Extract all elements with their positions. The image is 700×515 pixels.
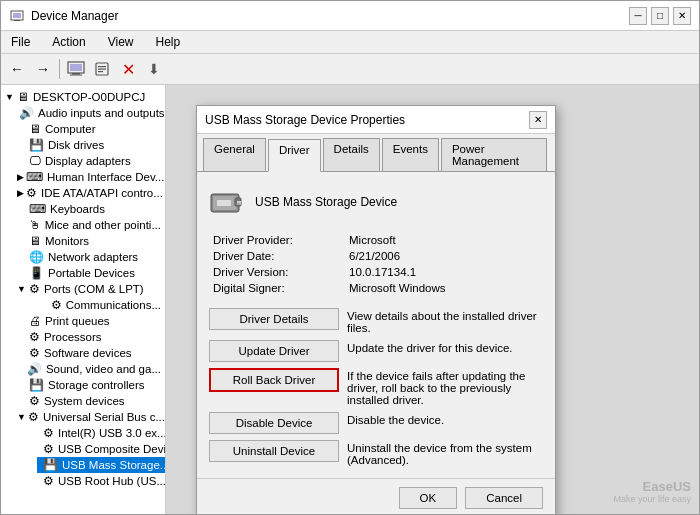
tree-item[interactable]: 🔊 Audio inputs and outputs	[13, 105, 165, 121]
tree-item[interactable]: ▼ ⚙ Ports (COM & LPT)	[13, 281, 165, 297]
svg-rect-2	[14, 20, 20, 21]
menu-file[interactable]: File	[5, 33, 36, 51]
close-button[interactable]: ✕	[673, 7, 691, 25]
tab-details[interactable]: Details	[323, 138, 380, 171]
properties-dialog: USB Mass Storage Device Properties ✕ Gen…	[196, 105, 556, 514]
tree-item[interactable]: ⚙ USB Composite Devi...	[37, 441, 165, 457]
disable-device-button[interactable]: Disable Device	[209, 412, 339, 434]
roll-back-driver-button[interactable]: Roll Back Driver	[209, 368, 339, 392]
dialog-title: USB Mass Storage Device Properties	[205, 113, 529, 127]
tree-item-label: Keyboards	[50, 203, 105, 215]
tree-item[interactable]: 🔊 Sound, video and ga...	[13, 361, 165, 377]
refresh-button[interactable]: ⬇	[142, 57, 166, 81]
dialog-tabs: General Driver Details Events Power Mana…	[197, 134, 555, 172]
tree-item[interactable]: 🖥 Computer	[13, 121, 165, 137]
svg-rect-1	[13, 13, 21, 18]
tree-item-label: Software devices	[44, 347, 132, 359]
tree-item[interactable]: ⚙ USB Root Hub (US...	[37, 473, 165, 489]
tab-driver[interactable]: Driver	[268, 139, 321, 172]
properties-button[interactable]	[90, 57, 114, 81]
tree-item[interactable]: ⚙ Intel(R) USB 3.0 ex...	[37, 425, 165, 441]
maximize-button[interactable]: □	[651, 7, 669, 25]
device-tree[interactable]: ▼ 🖥 DESKTOP-O0DUPCJ 🔊 Audio inputs and o…	[1, 85, 166, 514]
svg-rect-9	[98, 69, 106, 70]
tree-item[interactable]: ⚙ Processors	[13, 329, 165, 345]
tree-item[interactable]: 💾 Disk drives	[13, 137, 165, 153]
uninstall-device-button[interactable]: Uninstall Device	[209, 440, 339, 462]
update-driver-desc: Update the driver for this device.	[347, 340, 543, 354]
tree-item-label: Network adapters	[48, 251, 138, 263]
tree-root-label: DESKTOP-O0DUPCJ	[33, 91, 145, 103]
tree-item-label: Communications...	[66, 299, 161, 311]
tree-item[interactable]: 💾 Storage controllers	[13, 377, 165, 393]
update-driver-button[interactable]: Update Driver	[209, 340, 339, 362]
menu-view[interactable]: View	[102, 33, 140, 51]
tree-item[interactable]: 🖱 Mice and other pointi...	[13, 217, 165, 233]
forward-button[interactable]: →	[31, 57, 55, 81]
cancel-button[interactable]: Cancel	[465, 487, 543, 509]
roll-back-desc: If the device fails after updating the d…	[347, 368, 543, 406]
tree-item-usb[interactable]: ▼ ⚙ Universal Serial Bus c...	[13, 409, 165, 425]
toolbar-separator	[59, 59, 60, 79]
tree-item[interactable]: ▶ ⚙ IDE ATA/ATAPI contro...	[13, 185, 165, 201]
tree-item-usb-mass-storage[interactable]: 💾 USB Mass Storage...	[37, 457, 165, 473]
right-pane: USB Mass Storage Device Properties ✕ Gen…	[166, 85, 699, 514]
tree-item-portable-devices[interactable]: 📱 Portable Devices	[13, 265, 165, 281]
menu-help[interactable]: Help	[150, 33, 187, 51]
computer-button[interactable]	[64, 57, 88, 81]
tree-item-label: USB Composite Devi...	[58, 443, 165, 455]
svg-rect-5	[72, 73, 80, 75]
signer-label: Digital Signer:	[213, 282, 343, 294]
device-name-label: USB Mass Storage Device	[255, 195, 397, 209]
title-bar: Device Manager ─ □ ✕	[1, 1, 699, 31]
driver-details-desc: View details about the installed driver …	[347, 308, 543, 334]
dialog-title-bar: USB Mass Storage Device Properties ✕	[197, 106, 555, 134]
tree-root[interactable]: ▼ 🖥 DESKTOP-O0DUPCJ	[1, 89, 165, 105]
tree-item[interactable]: 🖥 Monitors	[13, 233, 165, 249]
driver-details-button[interactable]: Driver Details	[209, 308, 339, 330]
tree-item-label: IDE ATA/ATAPI contro...	[41, 187, 163, 199]
dialog-close-button[interactable]: ✕	[529, 111, 547, 129]
tab-events[interactable]: Events	[382, 138, 439, 171]
dialog-body: USB Mass Storage Device Driver Provider:…	[197, 172, 555, 478]
disable-desc: Disable the device.	[347, 412, 543, 426]
back-button[interactable]: ←	[5, 57, 29, 81]
menu-bar: File Action View Help	[1, 31, 699, 54]
tab-general[interactable]: General	[203, 138, 266, 171]
tree-item[interactable]: ⌨ Keyboards	[13, 201, 165, 217]
tree-item[interactable]: 🖵 Display adapters	[13, 153, 165, 169]
watermark-tagline: Make your life easy	[613, 494, 691, 504]
tree-item-human-interface[interactable]: ▶ ⌨ Human Interface Dev...	[13, 169, 165, 185]
svg-rect-4	[70, 64, 82, 71]
toolbar: ← → ✕ ⬇	[1, 54, 699, 85]
date-label: Driver Date:	[213, 250, 343, 262]
tree-item[interactable]: ⚙ Communications...	[37, 297, 165, 313]
provider-value: Microsoft	[349, 234, 543, 246]
tab-power-management[interactable]: Power Management	[441, 138, 547, 171]
provider-label: Driver Provider:	[213, 234, 343, 246]
tree-item[interactable]: ⚙ Software devices	[13, 345, 165, 361]
ok-button[interactable]: OK	[399, 487, 458, 509]
window-title: Device Manager	[31, 9, 629, 23]
tree-item-label: USB Root Hub (US...	[58, 475, 165, 487]
tree-item-label: Intel(R) USB 3.0 ex...	[58, 427, 165, 439]
svg-rect-16	[237, 203, 241, 205]
tree-item-label: Display adapters	[45, 155, 131, 167]
tree-item[interactable]: ⚙ System devices	[13, 393, 165, 409]
watermark-brand: EaseUS	[613, 479, 691, 494]
tree-item[interactable]: 🌐 Network adapters	[13, 249, 165, 265]
minimize-button[interactable]: ─	[629, 7, 647, 25]
tree-item[interactable]: 🖨 Print queues	[13, 313, 165, 329]
menu-action[interactable]: Action	[46, 33, 91, 51]
svg-rect-8	[98, 66, 106, 67]
tree-item-label: Disk drives	[48, 139, 104, 151]
tree-item-label: Human Interface Dev...	[47, 171, 164, 183]
tree-item-label: USB Mass Storage...	[62, 459, 165, 471]
tree-item-label: Portable Devices	[48, 267, 135, 279]
watermark: EaseUS Make your life easy	[613, 479, 691, 504]
device-header: USB Mass Storage Device	[209, 184, 543, 220]
svg-rect-14	[217, 200, 231, 206]
svg-rect-15	[237, 201, 241, 203]
window-icon	[9, 8, 25, 24]
delete-button[interactable]: ✕	[116, 57, 140, 81]
